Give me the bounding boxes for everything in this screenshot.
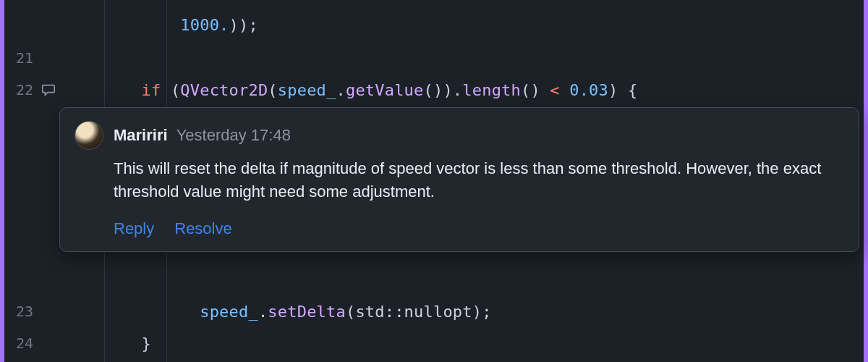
resolve-button[interactable]: Resolve bbox=[174, 219, 231, 238]
editor-root: 21 22 23 24 1000.)); if (QVector2D(sp bbox=[0, 0, 868, 362]
comment-actions: Reply Resolve bbox=[114, 219, 844, 238]
comment-author[interactable]: Maririri bbox=[114, 126, 168, 144]
line-number-21[interactable]: 21 bbox=[4, 42, 58, 74]
line-number-22[interactable]: 22 bbox=[4, 74, 58, 106]
comment-body: This will reset the delta if magnitude o… bbox=[114, 157, 844, 203]
line-number-23[interactable]: 23 bbox=[4, 295, 58, 327]
line-number-24[interactable]: 24 bbox=[4, 327, 58, 359]
code-line[interactable]: if (QVector2D(speed_.getValue()).length(… bbox=[58, 74, 864, 106]
code-line[interactable]: speed_.setDelta(std::nullopt); bbox=[58, 295, 864, 327]
line-number-gutter: 21 22 23 24 bbox=[4, 0, 58, 362]
review-comment: Maririri Yesterday 17:48 This will reset… bbox=[59, 107, 859, 252]
code-line[interactable] bbox=[58, 42, 864, 74]
comment-icon[interactable] bbox=[41, 82, 56, 98]
avatar[interactable] bbox=[75, 121, 103, 150]
comment-header: Maririri Yesterday 17:48 bbox=[75, 121, 844, 150]
reply-button[interactable]: Reply bbox=[114, 219, 154, 238]
comment-timestamp: Yesterday 17:48 bbox=[176, 126, 291, 144]
code-line[interactable]: } bbox=[58, 327, 864, 359]
diff-marker-right bbox=[864, 0, 868, 362]
code-line[interactable]: 1000.)); bbox=[58, 9, 864, 41]
